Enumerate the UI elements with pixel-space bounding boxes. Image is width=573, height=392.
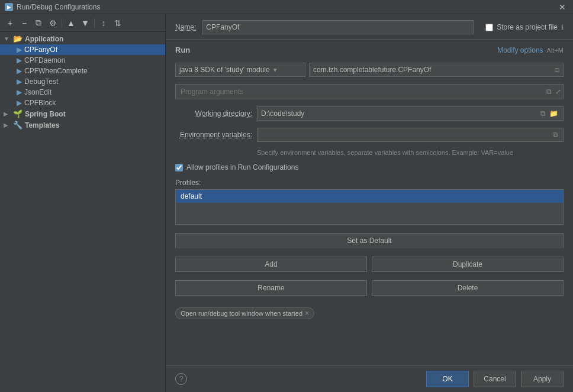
sdk-label: java 8 SDK of 'study' module (179, 66, 270, 74)
rename-delete-row: Rename Delete (175, 280, 564, 296)
add-button[interactable]: Add (175, 257, 367, 272)
debugtest-label: DebugTest (24, 77, 58, 86)
toolbar-separator-2 (94, 18, 95, 28)
debugtest-icon: ▶ (17, 77, 22, 86)
set-default-button[interactable]: Set as Default (175, 233, 564, 248)
templates-folder-icon: 🔧 (13, 121, 22, 129)
tree-item-jsonedit[interactable]: ▶ JsonEdit (0, 87, 165, 98)
cpfdaemon-label: CPFDaemon (24, 56, 65, 64)
left-panel: + − ⧉ ⚙ ▲ ▼ ↕ ⇅ ▼ 📂 Application ▶ CPFany… (0, 14, 166, 392)
allow-profiles-row: Allow profiles in Run Configurations (175, 163, 564, 171)
env-vars-label: Environment variables: (175, 131, 252, 139)
templates-group-header[interactable]: ▶ 🔧 Templates (0, 119, 165, 131)
settings-config-button[interactable]: ⚙ (46, 17, 59, 30)
sdk-dropdown[interactable]: java 8 SDK of 'study' module ▼ (175, 63, 305, 77)
store-checkbox-area: Store as project file ℹ (485, 23, 564, 31)
title-text: Run/Debug Configurations (17, 3, 100, 11)
cancel-button[interactable]: Cancel (474, 371, 516, 387)
tag-row: Open run/debug tool window when started … (175, 307, 564, 319)
right-panel: Name: Store as project file ℹ Run Modify… (166, 14, 573, 392)
cpfblock-label: CPFBlock (24, 99, 56, 107)
add-duplicate-row: Add Duplicate (175, 257, 564, 272)
action-buttons: OK Cancel Apply (426, 371, 564, 387)
title-bar-left: ▶ Run/Debug Configurations (5, 3, 100, 11)
main-container: + − ⧉ ⚙ ▲ ▼ ↕ ⇅ ▼ 📂 Application ▶ CPFany… (0, 14, 573, 392)
close-icon[interactable]: ✕ (556, 2, 568, 12)
store-label: Store as project file (497, 23, 558, 31)
duplicate-button[interactable]: Duplicate (372, 257, 564, 272)
env-vars-copy-button[interactable]: ⧉ (552, 130, 559, 140)
tree-item-cpfwhencomplete[interactable]: ▶ CPFWhenComplete (0, 66, 165, 76)
ok-button[interactable]: OK (426, 371, 469, 387)
tag-label: Open run/debug tool window when started (181, 310, 302, 317)
copy-config-button[interactable]: ⧉ (32, 17, 45, 30)
sort-button[interactable]: ⇅ (111, 17, 124, 30)
cpfanyof-label: CPFanyOf (24, 46, 57, 54)
move-up-button[interactable]: ▲ (65, 17, 78, 30)
move-button[interactable]: ↕ (97, 17, 110, 30)
cpfdaemon-icon: ▶ (17, 56, 22, 64)
working-dir-label: Working directory: (175, 109, 252, 118)
sdk-dropdown-arrow: ▼ (272, 67, 278, 73)
profile-item-empty: . (176, 203, 563, 216)
cpfanyof-icon: ▶ (17, 46, 22, 54)
env-vars-input[interactable]: ⧉ (257, 128, 564, 142)
tag-open-run-debug: Open run/debug tool window when started … (175, 307, 314, 319)
main-class-copy-icon[interactable]: ⧉ (555, 66, 559, 74)
modify-options-link[interactable]: Modify options (497, 46, 543, 54)
run-section-header: Run Modify options Alt+M (175, 46, 564, 54)
jsonedit-label: JsonEdit (24, 88, 51, 96)
tree-item-cpfblock[interactable]: ▶ CPFBlock (0, 98, 165, 108)
profiles-section: Profiles: default . (175, 179, 564, 228)
title-bar: ▶ Run/Debug Configurations ✕ (0, 0, 573, 14)
application-group-label: Application (25, 35, 63, 43)
run-label: Run (175, 46, 190, 54)
tree-item-debugtest[interactable]: ▶ DebugTest (0, 76, 165, 87)
templates-group-label: Templates (25, 121, 59, 129)
working-dir-copy-button[interactable]: ⧉ (539, 109, 547, 118)
application-folder-icon: 📂 (13, 34, 22, 43)
profile-item-default[interactable]: default (176, 190, 563, 203)
templates-arrow: ▶ (4, 122, 11, 128)
store-checkbox[interactable] (485, 24, 493, 31)
modify-options-area: Modify options Alt+M (497, 46, 564, 54)
tree-item-cpfanyof[interactable]: ▶ CPFanyOf (0, 44, 165, 55)
tag-close-icon[interactable]: × (305, 309, 309, 318)
working-dir-row: Working directory: D:\code\study ⧉ 📁 (175, 106, 564, 121)
program-args-input[interactable] (175, 84, 564, 99)
toolbar: + − ⧉ ⚙ ▲ ▼ ↕ ⇅ (0, 14, 165, 32)
move-down-button[interactable]: ▼ (79, 17, 92, 30)
program-args-buttons: ⧉ ⤢ (545, 87, 562, 96)
working-dir-input[interactable]: D:\code\study ⧉ 📁 (257, 106, 564, 121)
main-class-value: com.lzh.completablefuture.CPFanyOf (313, 66, 431, 74)
jsonedit-icon: ▶ (17, 88, 22, 96)
help-button[interactable]: ? (175, 373, 187, 385)
application-group: ▼ 📂 Application ▶ CPFanyOf ▶ CPFDaemon ▶… (0, 33, 165, 108)
rename-button[interactable]: Rename (175, 280, 367, 296)
cpfblock-icon: ▶ (17, 99, 22, 107)
toolbar-separator-1 (62, 18, 62, 28)
springboot-folder-icon: 🌱 (13, 109, 22, 118)
apply-button[interactable]: Apply (521, 371, 564, 387)
program-args-expand-button[interactable]: ⤢ (554, 87, 562, 96)
working-dir-buttons: ⧉ 📁 (539, 109, 559, 118)
tree-item-cpfdaemon[interactable]: ▶ CPFDaemon (0, 55, 165, 66)
env-vars-row: Environment variables: ⧉ (175, 128, 564, 142)
name-input[interactable] (202, 20, 474, 34)
remove-config-button[interactable]: − (18, 17, 31, 30)
springboot-arrow: ▶ (4, 111, 11, 117)
program-args-copy-button[interactable]: ⧉ (545, 87, 553, 96)
springboot-group-header[interactable]: ▶ 🌱 Spring Boot (0, 108, 165, 119)
name-label: Name: (175, 23, 196, 31)
application-group-header[interactable]: ▼ 📂 Application (0, 33, 165, 44)
delete-button[interactable]: Delete (372, 280, 564, 296)
env-vars-hint: Specify environment variables, separate … (257, 149, 564, 156)
form-body: Run Modify options Alt+M java 8 SDK of '… (166, 40, 573, 365)
working-dir-value: D:\code\study (261, 109, 304, 118)
bottom-bar: ? OK Cancel Apply (166, 365, 573, 392)
springboot-group-label: Spring Boot (25, 110, 66, 118)
working-dir-browse-button[interactable]: 📁 (548, 109, 559, 118)
allow-profiles-checkbox[interactable] (175, 164, 183, 171)
add-config-button[interactable]: + (4, 17, 17, 30)
main-class-input: com.lzh.completablefuture.CPFanyOf ⧉ (309, 63, 564, 77)
